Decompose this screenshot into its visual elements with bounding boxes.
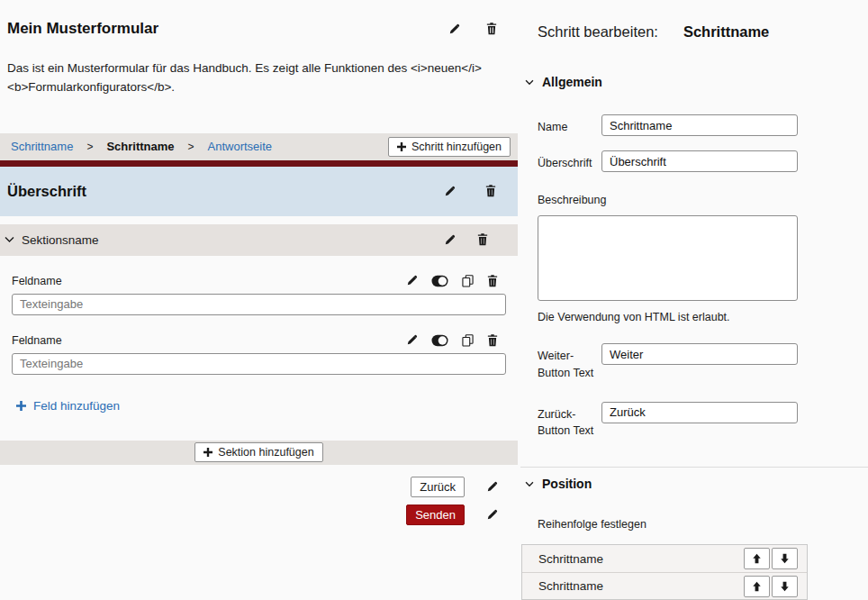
chevron-down-icon [525,481,534,487]
form-title-actions [448,23,497,35]
step-description-textarea[interactable] [538,215,798,301]
step-heading-actions [444,185,496,197]
form-footer: Zurück Senden [0,477,518,525]
form-configurator-app: Mein Musterformular Das ist ein Musterfo… [0,0,868,600]
duplicate-field-copy-icon[interactable] [462,275,474,287]
edit-field-pencil-icon[interactable] [406,275,418,286]
add-field-link[interactable]: Feld hinzufügen [16,399,120,413]
duplicate-field-copy-icon[interactable] [462,334,474,347]
step-order-row: Schrittname [522,572,807,599]
field-block: Feldname [12,275,506,315]
edit-back-button-pencil-icon[interactable] [486,481,498,493]
delete-form-trash-icon[interactable] [486,23,497,35]
back-button-text-input[interactable] [601,402,798,423]
add-section-bar: Sektion hinzufügen [0,441,518,465]
submit-button-row: Senden [406,505,498,525]
heading-field-row: Überschrift [538,150,798,172]
chevron-down-icon [525,79,534,86]
add-field-label: Feld hinzufügen [33,399,120,413]
section-header-row: Sektionsname [0,224,518,256]
description-label: Beschreibung [538,194,798,206]
arrow-down-icon [780,553,790,564]
section-name: Sektionsname [22,233,99,247]
field-label: Feldname [12,275,406,287]
back-button-text-row: Zurück-Button Text [538,402,798,441]
delete-field-trash-icon[interactable] [487,334,498,347]
panel-step-name: Schrittname [683,23,769,41]
field-text-input[interactable] [12,353,506,375]
step-editor-panel: Schritt bearbeiten: Schrittname Allgemei… [518,0,868,600]
panel-header: Schritt bearbeiten: Schrittname [538,23,868,41]
section-fields: Feldname [0,275,518,414]
name-label: Name [538,114,601,136]
section-collapse-chevron-down-icon[interactable] [5,236,14,243]
form-submit-button[interactable]: Senden [406,505,465,525]
plus-icon [203,448,212,457]
description-block: Beschreibung Die Verwendung von HTML ist… [538,194,798,323]
section-allgemein-header[interactable]: Allgemein [525,75,868,89]
edit-submit-button-pencil-icon[interactable] [486,509,498,521]
step-heading-row: Überschrift [0,167,518,216]
delete-section-trash-icon[interactable] [477,233,488,246]
field-label: Feldname [12,334,406,347]
add-section-button[interactable]: Sektion hinzufügen [194,442,322,462]
step-order-list: Schrittname Schrittname [521,544,808,600]
heading-label: Überschrift [538,150,601,172]
delete-heading-trash-icon[interactable] [485,185,496,197]
next-button-text-row: Weiter-Button Text [538,343,798,382]
back-button-text-label: Zurück-Button Text [538,402,601,441]
next-button-text-input[interactable] [601,343,798,365]
field-actions [406,334,498,347]
step-heading: Überschrift [7,183,444,200]
panel-title: Schritt bearbeiten: [538,23,658,41]
breadcrumb-step-2-active[interactable]: Schrittname [106,140,174,153]
step-order-row-label: Schrittname [538,552,744,566]
step-heading-input[interactable] [601,150,798,172]
move-up-button[interactable] [744,576,770,597]
plus-icon [397,142,406,151]
form-back-button[interactable]: Zurück [411,477,465,497]
move-down-button[interactable] [772,548,798,569]
edit-heading-pencil-icon[interactable] [444,186,456,197]
step-breadcrumb-bar: Schrittname > Schrittname > Antwortseite… [0,133,518,160]
field-actions [406,275,498,287]
html-allowed-hint: Die Verwendung von HTML ist erlaubt. [538,311,798,323]
arrow-up-icon [752,553,762,564]
breadcrumb-step-1[interactable]: Schrittname [11,140,73,153]
arrow-down-icon [780,581,790,592]
breadcrumb-separator: > [188,141,194,153]
section-position-title: Position [542,477,592,491]
form-description: Das ist ein Musterformular für das Handb… [7,59,509,97]
move-down-button[interactable] [772,576,798,597]
arrow-up-icon [752,581,762,592]
field-block: Feldname [12,334,506,375]
section-actions [444,233,488,246]
allgemein-form: Name Überschrift Beschreibung Die Verwen… [538,114,798,440]
plus-icon [16,401,26,411]
add-step-label: Schritt hinzufügen [411,141,502,153]
field-text-input[interactable] [12,294,506,315]
section-allgemein-title: Allgemein [542,75,602,89]
order-label: Reihenfolge festlegen [538,518,868,531]
back-button-row: Zurück [411,477,498,497]
field-header-row: Feldname [12,275,506,287]
delete-field-trash-icon[interactable] [487,275,498,287]
field-visibility-toggle-icon[interactable] [431,334,448,347]
form-title: Mein Musterformular [7,20,448,38]
panel-divider [520,467,868,468]
edit-field-pencil-icon[interactable] [406,334,418,346]
step-name-input[interactable] [601,114,798,136]
add-step-button[interactable]: Schritt hinzufügen [388,137,511,157]
add-section-label: Sektion hinzufügen [218,446,313,459]
form-builder-pane: Mein Musterformular Das ist ein Musterfo… [0,0,518,600]
breadcrumb-step-3[interactable]: Antwortseite [208,140,273,153]
edit-form-pencil-icon[interactable] [448,23,460,35]
move-up-button[interactable] [744,548,770,569]
step-accent-bar [0,160,518,167]
field-visibility-toggle-icon[interactable] [431,275,448,287]
step-order-row-label: Schrittname [538,579,744,593]
section-position-header[interactable]: Position [525,477,868,491]
edit-section-pencil-icon[interactable] [444,234,456,246]
next-button-text-label: Weiter-Button Text [538,343,601,382]
form-title-row: Mein Musterformular [0,0,518,38]
